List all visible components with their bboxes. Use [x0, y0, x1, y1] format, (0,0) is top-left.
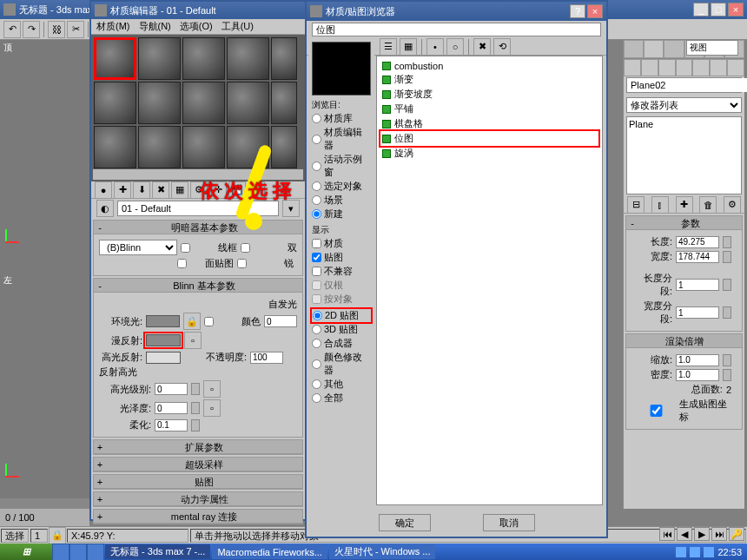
sub5-icon[interactable]	[692, 59, 710, 76]
density-input[interactable]	[676, 369, 719, 381]
del-icon[interactable]: ✖	[473, 38, 491, 56]
map-item-bitmap[interactable]: 位图	[380, 131, 598, 146]
tab-modify-icon[interactable]	[644, 40, 664, 58]
menu-nav[interactable]: 导航(N)	[139, 20, 171, 33]
undo-icon[interactable]: ↶	[3, 21, 21, 38]
specular-swatch[interactable]	[146, 352, 181, 364]
minimize-button[interactable]: _	[693, 3, 709, 16]
opt-active[interactable]	[312, 161, 321, 171]
map-item-tiles[interactable]: 平铺	[380, 102, 598, 116]
opt-selected[interactable]	[312, 181, 321, 191]
task-3dsmax[interactable]: 无标题 - 3ds max 7 -...	[105, 544, 210, 559]
browser-close-button[interactable]: ×	[587, 4, 603, 18]
material-slot-2[interactable]	[138, 37, 181, 80]
material-slot[interactable]	[94, 126, 136, 168]
gloss-input[interactable]	[155, 402, 188, 414]
sub6-icon[interactable]	[710, 59, 727, 76]
length-input[interactable]	[676, 236, 719, 248]
two-sided-checkbox[interactable]	[241, 243, 250, 253]
material-slot[interactable]	[182, 82, 225, 124]
material-slot[interactable]	[94, 82, 136, 124]
view-small-icon[interactable]: ▦	[400, 38, 417, 56]
menu-tools[interactable]: 工具(U)	[221, 20, 254, 33]
material-slot[interactable]	[271, 82, 297, 124]
play-icon[interactable]: ▶	[694, 527, 710, 541]
opt-colormod[interactable]	[312, 359, 321, 369]
menu-options[interactable]: 选项(O)	[180, 20, 213, 33]
tray-icon[interactable]	[704, 547, 714, 557]
sub3-icon[interactable]	[658, 59, 676, 76]
material-slot[interactable]	[227, 82, 269, 124]
remove-mod-icon[interactable]: 🗑	[699, 196, 717, 214]
browser-help-button[interactable]: ?	[570, 4, 585, 18]
quicklaunch-icon[interactable]	[87, 544, 104, 561]
lock-selection-icon[interactable]: 🔒	[49, 527, 66, 544]
spinner-icon[interactable]	[723, 369, 731, 381]
task-browser[interactable]: 火星时代 - Windows ...	[329, 544, 436, 559]
reset-icon[interactable]: ✖	[152, 181, 169, 199]
start-button[interactable]: ⊞	[0, 544, 52, 560]
task-fireworks[interactable]: Macromedia Fireworks...	[212, 544, 327, 559]
spinner-icon[interactable]	[191, 402, 200, 414]
opt-other[interactable]	[312, 379, 321, 389]
tray-icon[interactable]	[690, 547, 700, 557]
goto-start-icon[interactable]: ⏮	[659, 527, 675, 541]
opt-composite[interactable]	[312, 339, 321, 348]
opt-mateditor[interactable]	[312, 135, 321, 144]
sub4-icon[interactable]	[676, 59, 693, 76]
material-slot[interactable]	[182, 126, 225, 168]
browser-name-field[interactable]: 位图	[312, 23, 601, 36]
material-slot[interactable]	[138, 126, 181, 168]
spinner-icon[interactable]	[191, 383, 200, 395]
ok-button[interactable]: 确定	[379, 514, 431, 531]
gen-mapcoords-checkbox[interactable]	[637, 405, 676, 417]
map-item-gradient[interactable]: 渐变	[380, 72, 598, 87]
next-frame-icon[interactable]: ⏭	[711, 527, 727, 541]
viewport-area[interactable]: 顶 左	[0, 40, 89, 509]
opt-2dmap[interactable]	[313, 311, 322, 320]
width-input[interactable]	[676, 251, 719, 263]
opt-all[interactable]	[312, 393, 321, 403]
material-slot[interactable]	[138, 82, 181, 124]
wseg-input[interactable]	[676, 306, 719, 319]
view-dot-icon[interactable]: •	[426, 38, 444, 56]
opt-new[interactable]	[312, 209, 321, 219]
shader-rollout-title[interactable]: 明暗器基本参数	[106, 221, 302, 234]
diffuse-swatch[interactable]	[146, 334, 181, 346]
material-slot-4[interactable]	[227, 37, 269, 80]
cb-maps[interactable]	[312, 253, 321, 262]
spinner-icon[interactable]	[723, 306, 731, 319]
spinner-icon[interactable]	[191, 419, 200, 432]
material-slot[interactable]	[271, 126, 297, 168]
opt-matlib[interactable]	[312, 114, 321, 123]
faceted-checkbox[interactable]	[237, 259, 247, 268]
sub2-icon[interactable]	[641, 59, 658, 76]
prev-frame-icon[interactable]: ◀	[677, 527, 692, 541]
time-slider[interactable]	[0, 498, 89, 509]
quicklaunch-icon[interactable]	[52, 544, 69, 561]
spinner-icon[interactable]	[723, 354, 731, 366]
lock-icon[interactable]: 🔒	[183, 313, 201, 330]
shader-select[interactable]: (B)Blinn	[99, 240, 177, 255]
lseg-input[interactable]	[676, 279, 719, 291]
clear-icon[interactable]: ⟲	[493, 38, 511, 56]
wire-checkbox[interactable]	[181, 243, 190, 253]
material-slot-3[interactable]	[182, 37, 225, 80]
soften-input[interactable]	[155, 419, 188, 432]
modifier-list-dropdown[interactable]: 修改器列表	[626, 97, 742, 113]
spec-level-input[interactable]	[155, 383, 188, 395]
view-list-icon[interactable]: ☰	[380, 38, 397, 56]
stack-item[interactable]: Plane	[629, 119, 739, 129]
view-circle-icon[interactable]: ○	[446, 38, 464, 56]
color-checkbox[interactable]	[204, 317, 214, 326]
material-slot-1[interactable]	[94, 37, 136, 80]
link-icon[interactable]: ⛓	[48, 21, 65, 38]
material-slot-5[interactable]	[271, 37, 297, 80]
config-icon[interactable]: ⚙	[724, 196, 741, 214]
pick-sphere-icon[interactable]: ◐	[96, 200, 114, 217]
show-end-icon[interactable]: ⫿	[651, 196, 669, 214]
facemap-checkbox[interactable]	[177, 259, 187, 268]
get-material-icon[interactable]: ●	[95, 181, 112, 199]
scale-input[interactable]	[676, 354, 719, 366]
redo-icon[interactable]: ↷	[23, 21, 40, 38]
